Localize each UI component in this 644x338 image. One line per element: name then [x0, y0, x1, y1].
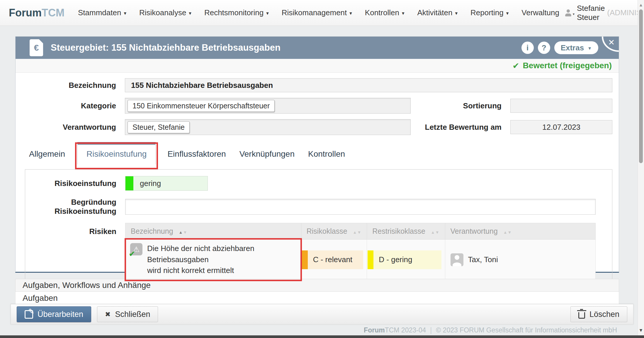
help-icon: ?	[542, 43, 546, 52]
window-bottom-edge	[0, 335, 644, 338]
risk-description-line2: wird nicht korrekt ermittelt	[147, 266, 234, 275]
nav-item-kontrollen[interactable]: Kontrollen▾	[365, 8, 405, 17]
risk-description: Die Höhe der nicht abziehbaren Betriebsa…	[147, 243, 296, 276]
tab-einflussfaktoren[interactable]: Einflussfaktoren	[167, 149, 226, 165]
cell-bezeichnung[interactable]: ⚠✔ Die Höhe der nicht abziehbaren Betrie…	[125, 240, 301, 280]
tab-kontrollen[interactable]: Kontrollen	[308, 149, 345, 165]
column-header-restrisikoklasse[interactable]: Restrisikoklasse ▲▼	[367, 223, 445, 240]
tab-risikoeinstufung[interactable]: Risikoeinstufung	[77, 142, 156, 165]
sort-asc-icon: ▲	[179, 230, 183, 235]
nav-item-label: Risikomanagement	[282, 8, 347, 17]
risikoeinstufung-field[interactable]: gering	[125, 176, 208, 191]
kategorie-field[interactable]: 150 Einkommensteuer Körperschaftsteuer	[125, 98, 411, 114]
cell-risikoklasse[interactable]: C - relevant	[301, 240, 367, 280]
nav-item-risikomanagement[interactable]: Risikomanagement▾	[282, 8, 352, 17]
form-row-bezeichnung: Bezeichnung 155 Nichtabziehbare Betriebs…	[16, 78, 619, 92]
nav-item-verwaltung[interactable]: Verwaltung	[521, 8, 559, 17]
column-label: Risikoklasse	[307, 227, 347, 235]
sortierung-field[interactable]	[510, 99, 612, 113]
sort-desc-icon: ▼	[183, 230, 187, 235]
loeschen-button[interactable]: Löschen	[570, 306, 627, 322]
version-brand: Forum	[364, 326, 385, 334]
form-row-kategorie: Kategorie 150 Einkommensteuer Körperscha…	[16, 98, 619, 114]
tab-label: Risikoeinstufung	[86, 149, 147, 158]
nav-item-reporting[interactable]: Reporting▾	[470, 8, 509, 17]
nav-item-stammdaten[interactable]: Stammdaten▾	[78, 8, 126, 17]
risiken-table: Bezeichnung ▲▼ Risikoklasse ▲▼ Restrisik…	[125, 223, 596, 280]
scrollbar-thumb[interactable]	[639, 9, 643, 163]
bezeichnung-label: Bezeichnung	[16, 81, 125, 90]
schliessen-button[interactable]: ✖ Schließen	[97, 306, 158, 322]
ueberarbeiten-button[interactable]: Überarbeiten	[17, 306, 91, 322]
column-label: Bezeichnung	[131, 227, 173, 235]
help-button[interactable]: ?	[538, 42, 550, 54]
cell-restrisikoklasse[interactable]: D - gering	[367, 240, 445, 280]
nav-item-label: Rechtsmonitoring	[204, 8, 264, 17]
sort-icons: ▲▼	[353, 230, 362, 235]
nav-item-aktivitaeten[interactable]: Aktivitäten▾	[417, 8, 458, 17]
chevron-down-icon: ▾	[573, 10, 575, 16]
tab-verknuepfungen[interactable]: Verknüpfungen	[239, 149, 295, 165]
row-begruendung: Begründung Risikoeinstufung	[25, 198, 612, 216]
trash-icon	[578, 312, 585, 319]
column-header-risikoklasse[interactable]: Risikoklasse ▲▼	[301, 223, 367, 240]
sort-icons: ▲▼	[503, 230, 512, 235]
nav-item-rechtsmonitoring[interactable]: Rechtsmonitoring▾	[204, 8, 269, 17]
info-button[interactable]: i	[521, 42, 534, 54]
vertical-scrollbar[interactable]: ▲ ▼	[638, 0, 644, 335]
column-label: Restrisikoklasse	[372, 227, 425, 235]
close-icon: ✕	[608, 38, 615, 47]
euro-glyph: €	[34, 43, 39, 53]
nav-item-label: Aktivitäten	[417, 8, 452, 17]
verantwortung-field[interactable]: Steuer, Stefanie	[125, 119, 411, 135]
begruendung-label: Begründung Risikoeinstufung	[25, 198, 125, 216]
row-risikoeinstufung: Risikoeinstufung gering	[25, 176, 612, 191]
scroll-down-arrow-icon[interactable]: ▼	[638, 328, 644, 333]
table-row[interactable]: ⚠✔ Die Höhe der nicht abziehbaren Betrie…	[125, 240, 596, 280]
chevron-down-icon: ▾	[402, 9, 405, 16]
check-icon: ✔	[512, 61, 519, 71]
risikoeinstufung-value: gering	[140, 179, 161, 188]
nav-item-label: Stammdaten	[78, 8, 121, 17]
close-icon: ✖	[105, 310, 111, 318]
sort-asc-icon: ▲	[431, 230, 435, 235]
aufgaben-section: Aufgaben, Workflows und Anhänge Aufgaben	[15, 279, 619, 306]
sortierung-label: Sortierung	[411, 101, 510, 110]
restrisikoklasse-color-bar	[368, 250, 373, 269]
footer-action-bar: Überarbeiten ✖ Schließen Löschen	[11, 304, 633, 325]
risiken-label: Risiken	[25, 223, 125, 236]
bezeichnung-field[interactable]: 155 Nichtabziehbare Betriebsausgaben	[125, 78, 612, 92]
chevron-down-icon: ▾	[266, 9, 269, 16]
cell-verantwortung[interactable]: Tax, Toni	[445, 240, 595, 280]
dialog-header: € Steuergebiet: 155 Nichtabziehbare Betr…	[16, 37, 619, 59]
risk-cell-content: ⚠✔ Die Höhe der nicht abziehbaren Betrie…	[130, 243, 296, 276]
begruendung-input[interactable]	[125, 199, 596, 215]
edit-icon	[25, 310, 33, 319]
scroll-up-arrow-icon[interactable]: ▲	[638, 2, 644, 7]
app-logo[interactable]: ForumTCM	[9, 7, 64, 19]
nav-item-label: Reporting	[470, 8, 504, 17]
nav-item-label: Risikoanalyse	[139, 8, 186, 17]
extras-button[interactable]: Extras ▼	[554, 41, 598, 54]
chevron-down-icon: ▾	[189, 9, 191, 16]
user-menu[interactable]: ▾ Stefanie Steuer (ADMINISTRATOR) ▼	[565, 4, 644, 22]
user-name: Stefanie Steuer	[577, 4, 605, 22]
table-header-row: Bezeichnung ▲▼ Risikoklasse ▲▼ Restrisik…	[125, 223, 596, 240]
verantwortung-chip[interactable]: Steuer, Stefanie	[128, 121, 190, 133]
kategorie-label: Kategorie	[16, 101, 125, 110]
nav-item-risikoanalyse[interactable]: Risikoanalyse▾	[139, 8, 191, 17]
chevron-down-icon: ▾	[506, 9, 509, 16]
column-header-verantwortung[interactable]: Verantwortung ▲▼	[445, 223, 595, 240]
aufgaben-section-header[interactable]: Aufgaben, Workflows und Anhänge	[15, 279, 619, 292]
sort-icons: ▲▼	[431, 230, 440, 235]
tab-allgemein[interactable]: Allgemein	[29, 149, 65, 165]
nav-item-label: Kontrollen	[365, 8, 399, 17]
logo-part-forum: Forum	[9, 7, 42, 19]
info-icon: i	[526, 43, 529, 52]
close-dialog-button[interactable]: ✕	[602, 37, 619, 52]
column-header-bezeichnung[interactable]: Bezeichnung ▲▼	[125, 223, 301, 240]
kategorie-chip[interactable]: 150 Einkommensteuer Körperschaftsteuer	[128, 100, 275, 112]
risk-description-line1: Die Höhe der nicht abziehbaren Betriebsa…	[147, 244, 254, 264]
letzte-bewertung-field[interactable]: 12.07.2023	[510, 120, 612, 134]
risk-level-color-swatch	[125, 176, 133, 190]
